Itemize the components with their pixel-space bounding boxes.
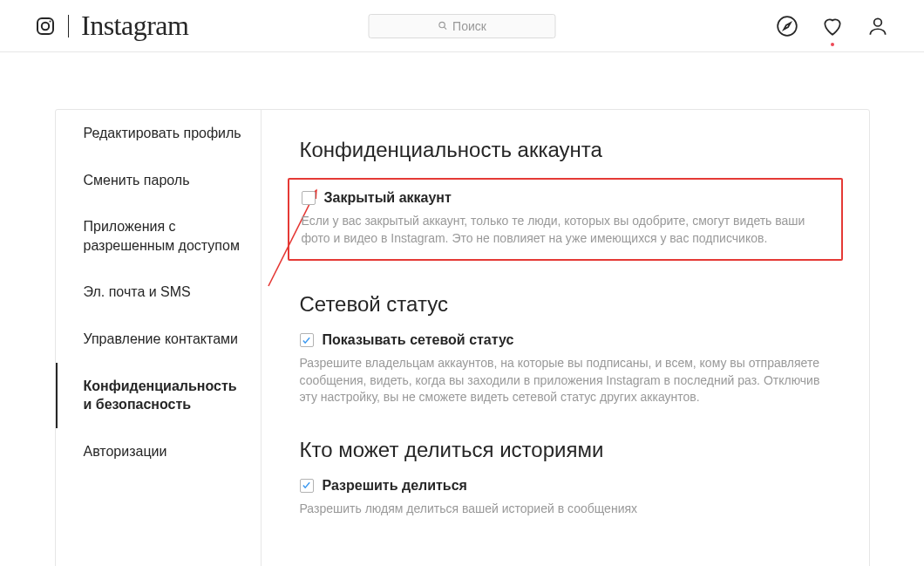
sidebar-item-label: Конфиденциальность и безопасность bbox=[84, 378, 237, 413]
sidebar-item-change-password[interactable]: Сменить пароль bbox=[56, 157, 261, 204]
private-account-checkbox[interactable] bbox=[302, 191, 316, 205]
sidebar-item-label: Управление контактами bbox=[84, 331, 239, 346]
settings-page: Редактировать профиль Сменить пароль При… bbox=[55, 109, 870, 566]
search-placeholder: Поиск bbox=[452, 19, 486, 33]
activity-heart-icon[interactable] bbox=[821, 15, 844, 38]
sidebar: Редактировать профиль Сменить пароль При… bbox=[56, 110, 262, 566]
sidebar-item-login-activity[interactable]: Авторизации bbox=[56, 428, 261, 475]
profile-icon[interactable] bbox=[866, 15, 889, 38]
story-sharing-checkbox[interactable] bbox=[300, 479, 314, 493]
checkbox-label: Закрытый аккаунт bbox=[324, 190, 452, 206]
top-bar: Instagram Поиск bbox=[0, 0, 924, 52]
activity-status-checkbox[interactable] bbox=[300, 333, 314, 347]
logo-group[interactable]: Instagram bbox=[35, 10, 188, 42]
setting-description: Разрешить людям делиться вашей историей … bbox=[300, 501, 831, 518]
svg-point-5 bbox=[778, 17, 797, 36]
search-input[interactable]: Поиск bbox=[369, 14, 556, 38]
section-title: Кто может делиться историями bbox=[300, 438, 831, 462]
checkbox-label: Показывать сетевой статус bbox=[323, 332, 514, 348]
search-wrap: Поиск bbox=[369, 14, 556, 38]
checkbox-label: Разрешить делиться bbox=[323, 478, 467, 494]
header-actions bbox=[776, 15, 889, 38]
settings-content: Конфиденциальность аккаунта Закрытый акк… bbox=[262, 110, 869, 566]
setting-row-activity-status: Показывать сетевой статус bbox=[300, 332, 831, 348]
notification-dot bbox=[831, 43, 834, 46]
sidebar-item-label: Сменить пароль bbox=[84, 173, 190, 188]
svg-point-3 bbox=[438, 22, 444, 27]
section-title: Сетевой статус bbox=[300, 292, 831, 317]
wordmark: Instagram bbox=[81, 10, 188, 42]
setting-row-story-sharing: Разрешить делиться bbox=[300, 478, 831, 494]
sidebar-item-email-sms[interactable]: Эл. почта и SMS bbox=[56, 269, 261, 316]
svg-rect-0 bbox=[37, 18, 53, 34]
explore-icon[interactable] bbox=[776, 15, 798, 38]
setting-description: Разрешите владельцам аккаунтов, на котор… bbox=[300, 355, 831, 406]
sidebar-item-privacy-security[interactable]: Конфиденциальность и безопасность bbox=[56, 363, 261, 428]
sidebar-item-label: Редактировать профиль bbox=[84, 126, 241, 140]
setting-description: Если у вас закрытый аккаунт, только те л… bbox=[302, 213, 829, 247]
svg-line-4 bbox=[444, 27, 446, 30]
sidebar-item-edit-profile[interactable]: Редактировать профиль bbox=[56, 110, 261, 157]
svg-point-1 bbox=[42, 22, 49, 29]
logo-divider bbox=[68, 15, 69, 38]
section-privacy: Конфиденциальность аккаунта Закрытый акк… bbox=[300, 138, 831, 261]
section-story-sharing: Кто может делиться историями Разрешить д… bbox=[300, 438, 831, 518]
setting-row-private-account: Закрытый аккаунт bbox=[302, 190, 829, 206]
sidebar-item-label: Приложения с разрешенным доступом bbox=[84, 219, 240, 253]
sidebar-item-label: Эл. почта и SMS bbox=[84, 284, 191, 299]
svg-marker-6 bbox=[784, 23, 791, 30]
svg-point-2 bbox=[50, 20, 51, 22]
highlight-annotation: Закрытый аккаунт Если у вас закрытый акк… bbox=[288, 178, 843, 261]
sidebar-item-label: Авторизации bbox=[84, 444, 167, 459]
svg-point-7 bbox=[874, 18, 882, 26]
sidebar-item-manage-contacts[interactable]: Управление контактами bbox=[56, 316, 261, 363]
sidebar-item-authorized-apps[interactable]: Приложения с разрешенным доступом bbox=[56, 203, 261, 269]
camera-icon bbox=[35, 16, 56, 37]
section-title: Конфиденциальность аккаунта bbox=[300, 138, 831, 162]
search-icon bbox=[438, 21, 447, 31]
section-activity-status: Сетевой статус Показывать сетевой статус… bbox=[300, 292, 831, 406]
